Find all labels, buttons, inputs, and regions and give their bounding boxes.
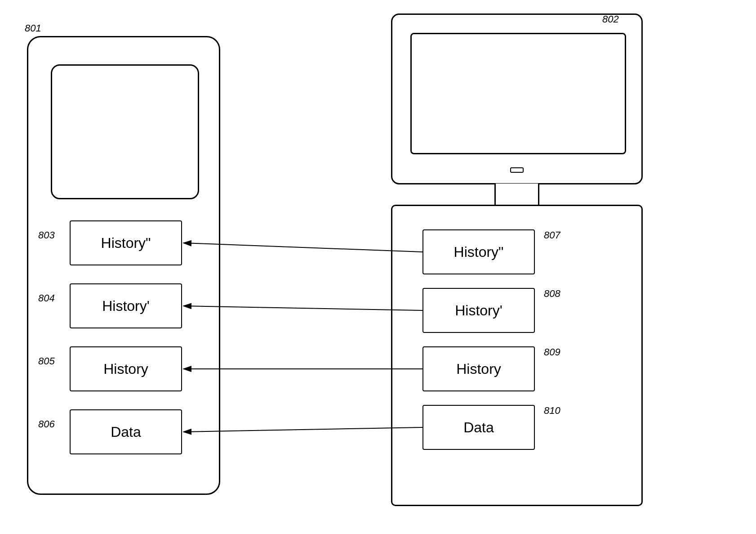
box-807: History" — [422, 229, 535, 274]
box-806-text: Data — [111, 424, 141, 440]
box-804-text: History' — [102, 298, 150, 314]
box-806: Data — [70, 409, 182, 454]
box-808-text: History' — [455, 302, 503, 319]
box-809: History — [422, 346, 535, 391]
label-806: 806 — [38, 418, 55, 430]
label-805: 805 — [38, 355, 55, 367]
box-803-text: History" — [101, 235, 151, 251]
label-802: 802 — [602, 13, 619, 25]
box-803: History" — [70, 220, 182, 265]
box-810-text: Data — [463, 419, 494, 436]
label-804: 804 — [38, 292, 55, 304]
label-807: 807 — [544, 229, 560, 241]
label-809: 809 — [544, 346, 560, 358]
label-801: 801 — [25, 22, 41, 34]
monitor-neck — [494, 184, 539, 206]
diagram-container: 801 802 History" 803 History' 804 Histor… — [0, 0, 756, 534]
box-804: History' — [70, 283, 182, 328]
box-808: History' — [422, 288, 535, 333]
box-805-text: History — [103, 361, 148, 377]
label-808: 808 — [544, 288, 560, 300]
monitor-screen — [410, 33, 626, 154]
box-807-text: History" — [454, 244, 504, 260]
label-810: 810 — [544, 405, 560, 417]
box-809-text: History — [456, 361, 501, 377]
monitor-button — [510, 167, 524, 173]
device-right-monitor — [391, 13, 643, 184]
box-805: History — [70, 346, 182, 391]
label-803: 803 — [38, 229, 55, 241]
device-left-screen — [51, 64, 199, 199]
box-810: Data — [422, 405, 535, 450]
